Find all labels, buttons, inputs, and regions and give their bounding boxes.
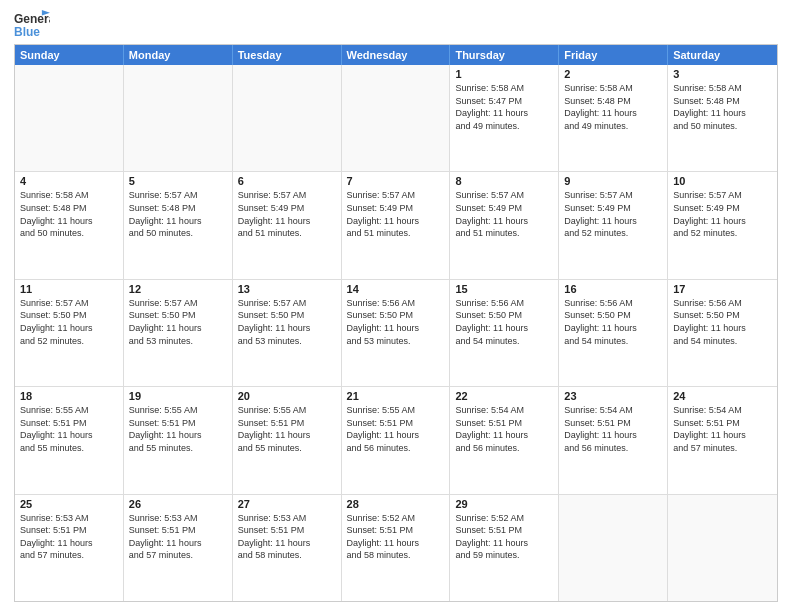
day-number: 26 [129,498,227,510]
day-info: Sunrise: 5:57 AM Sunset: 5:49 PM Dayligh… [347,189,445,239]
day-cell-15: 15Sunrise: 5:56 AM Sunset: 5:50 PM Dayli… [450,280,559,386]
day-number: 12 [129,283,227,295]
day-cell-24: 24Sunrise: 5:54 AM Sunset: 5:51 PM Dayli… [668,387,777,493]
day-info: Sunrise: 5:58 AM Sunset: 5:47 PM Dayligh… [455,82,553,132]
day-cell-16: 16Sunrise: 5:56 AM Sunset: 5:50 PM Dayli… [559,280,668,386]
day-number: 6 [238,175,336,187]
calendar: SundayMondayTuesdayWednesdayThursdayFrid… [14,44,778,602]
day-cell-empty-4-6 [668,495,777,601]
day-cell-11: 11Sunrise: 5:57 AM Sunset: 5:50 PM Dayli… [15,280,124,386]
day-info: Sunrise: 5:55 AM Sunset: 5:51 PM Dayligh… [238,404,336,454]
day-info: Sunrise: 5:57 AM Sunset: 5:49 PM Dayligh… [238,189,336,239]
day-info: Sunrise: 5:56 AM Sunset: 5:50 PM Dayligh… [673,297,772,347]
calendar-row-2: 11Sunrise: 5:57 AM Sunset: 5:50 PM Dayli… [15,280,777,387]
day-number: 20 [238,390,336,402]
day-info: Sunrise: 5:52 AM Sunset: 5:51 PM Dayligh… [455,512,553,562]
weekday-header-monday: Monday [124,45,233,65]
day-info: Sunrise: 5:57 AM Sunset: 5:48 PM Dayligh… [129,189,227,239]
calendar-body: 1Sunrise: 5:58 AM Sunset: 5:47 PM Daylig… [15,65,777,601]
weekday-header-tuesday: Tuesday [233,45,342,65]
weekday-header-thursday: Thursday [450,45,559,65]
day-number: 15 [455,283,553,295]
day-number: 23 [564,390,662,402]
day-number: 25 [20,498,118,510]
day-info: Sunrise: 5:58 AM Sunset: 5:48 PM Dayligh… [673,82,772,132]
day-cell-28: 28Sunrise: 5:52 AM Sunset: 5:51 PM Dayli… [342,495,451,601]
svg-text:Blue: Blue [14,25,40,38]
weekday-header-saturday: Saturday [668,45,777,65]
day-info: Sunrise: 5:55 AM Sunset: 5:51 PM Dayligh… [347,404,445,454]
day-cell-18: 18Sunrise: 5:55 AM Sunset: 5:51 PM Dayli… [15,387,124,493]
day-info: Sunrise: 5:54 AM Sunset: 5:51 PM Dayligh… [455,404,553,454]
day-number: 5 [129,175,227,187]
day-number: 16 [564,283,662,295]
day-number: 9 [564,175,662,187]
day-cell-5: 5Sunrise: 5:57 AM Sunset: 5:48 PM Daylig… [124,172,233,278]
day-info: Sunrise: 5:53 AM Sunset: 5:51 PM Dayligh… [129,512,227,562]
logo-icon: General Blue [14,10,50,38]
day-info: Sunrise: 5:54 AM Sunset: 5:51 PM Dayligh… [673,404,772,454]
day-number: 7 [347,175,445,187]
day-info: Sunrise: 5:57 AM Sunset: 5:49 PM Dayligh… [455,189,553,239]
logo: General Blue [14,10,50,38]
day-cell-17: 17Sunrise: 5:56 AM Sunset: 5:50 PM Dayli… [668,280,777,386]
day-number: 2 [564,68,662,80]
calendar-header: SundayMondayTuesdayWednesdayThursdayFrid… [15,45,777,65]
day-info: Sunrise: 5:56 AM Sunset: 5:50 PM Dayligh… [455,297,553,347]
day-cell-3: 3Sunrise: 5:58 AM Sunset: 5:48 PM Daylig… [668,65,777,171]
day-info: Sunrise: 5:54 AM Sunset: 5:51 PM Dayligh… [564,404,662,454]
day-cell-empty-4-5 [559,495,668,601]
day-number: 21 [347,390,445,402]
day-number: 24 [673,390,772,402]
calendar-row-0: 1Sunrise: 5:58 AM Sunset: 5:47 PM Daylig… [15,65,777,172]
day-number: 19 [129,390,227,402]
day-info: Sunrise: 5:53 AM Sunset: 5:51 PM Dayligh… [20,512,118,562]
day-info: Sunrise: 5:57 AM Sunset: 5:49 PM Dayligh… [673,189,772,239]
page: General Blue SundayMondayTuesdayWednesda… [0,0,792,612]
day-number: 14 [347,283,445,295]
day-number: 29 [455,498,553,510]
day-cell-29: 29Sunrise: 5:52 AM Sunset: 5:51 PM Dayli… [450,495,559,601]
day-cell-2: 2Sunrise: 5:58 AM Sunset: 5:48 PM Daylig… [559,65,668,171]
day-info: Sunrise: 5:53 AM Sunset: 5:51 PM Dayligh… [238,512,336,562]
day-number: 4 [20,175,118,187]
day-cell-8: 8Sunrise: 5:57 AM Sunset: 5:49 PM Daylig… [450,172,559,278]
day-cell-21: 21Sunrise: 5:55 AM Sunset: 5:51 PM Dayli… [342,387,451,493]
day-info: Sunrise: 5:55 AM Sunset: 5:51 PM Dayligh… [20,404,118,454]
day-cell-empty-0-3 [342,65,451,171]
day-info: Sunrise: 5:52 AM Sunset: 5:51 PM Dayligh… [347,512,445,562]
day-cell-12: 12Sunrise: 5:57 AM Sunset: 5:50 PM Dayli… [124,280,233,386]
day-info: Sunrise: 5:57 AM Sunset: 5:50 PM Dayligh… [20,297,118,347]
day-cell-26: 26Sunrise: 5:53 AM Sunset: 5:51 PM Dayli… [124,495,233,601]
day-info: Sunrise: 5:58 AM Sunset: 5:48 PM Dayligh… [20,189,118,239]
calendar-row-4: 25Sunrise: 5:53 AM Sunset: 5:51 PM Dayli… [15,495,777,601]
day-info: Sunrise: 5:58 AM Sunset: 5:48 PM Dayligh… [564,82,662,132]
day-cell-13: 13Sunrise: 5:57 AM Sunset: 5:50 PM Dayli… [233,280,342,386]
day-number: 22 [455,390,553,402]
day-cell-9: 9Sunrise: 5:57 AM Sunset: 5:49 PM Daylig… [559,172,668,278]
day-number: 17 [673,283,772,295]
day-cell-10: 10Sunrise: 5:57 AM Sunset: 5:49 PM Dayli… [668,172,777,278]
day-number: 3 [673,68,772,80]
weekday-header-friday: Friday [559,45,668,65]
day-number: 1 [455,68,553,80]
day-number: 18 [20,390,118,402]
day-cell-20: 20Sunrise: 5:55 AM Sunset: 5:51 PM Dayli… [233,387,342,493]
day-info: Sunrise: 5:56 AM Sunset: 5:50 PM Dayligh… [347,297,445,347]
day-cell-empty-0-0 [15,65,124,171]
day-number: 13 [238,283,336,295]
day-cell-empty-0-2 [233,65,342,171]
day-number: 11 [20,283,118,295]
day-cell-7: 7Sunrise: 5:57 AM Sunset: 5:49 PM Daylig… [342,172,451,278]
day-cell-19: 19Sunrise: 5:55 AM Sunset: 5:51 PM Dayli… [124,387,233,493]
day-info: Sunrise: 5:57 AM Sunset: 5:49 PM Dayligh… [564,189,662,239]
calendar-row-3: 18Sunrise: 5:55 AM Sunset: 5:51 PM Dayli… [15,387,777,494]
day-number: 27 [238,498,336,510]
header: General Blue [14,10,778,38]
day-info: Sunrise: 5:57 AM Sunset: 5:50 PM Dayligh… [238,297,336,347]
day-cell-22: 22Sunrise: 5:54 AM Sunset: 5:51 PM Dayli… [450,387,559,493]
day-cell-1: 1Sunrise: 5:58 AM Sunset: 5:47 PM Daylig… [450,65,559,171]
day-cell-empty-0-1 [124,65,233,171]
day-cell-25: 25Sunrise: 5:53 AM Sunset: 5:51 PM Dayli… [15,495,124,601]
day-cell-27: 27Sunrise: 5:53 AM Sunset: 5:51 PM Dayli… [233,495,342,601]
